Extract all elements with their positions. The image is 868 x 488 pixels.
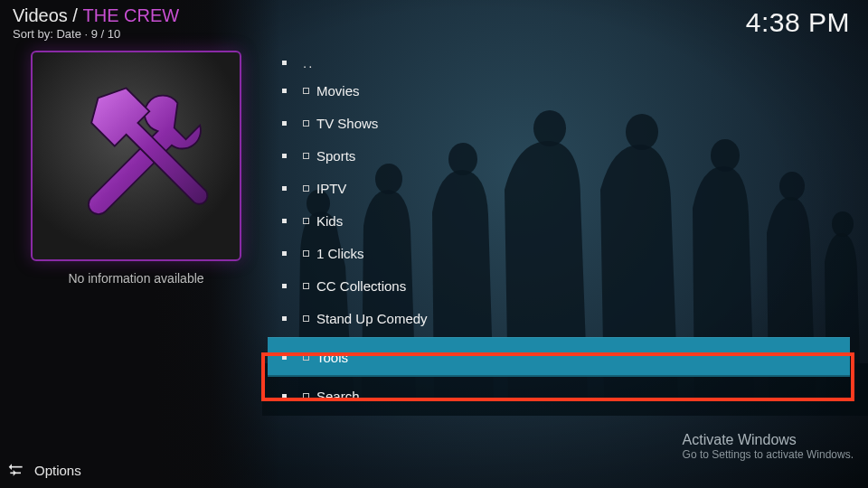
list-item-tv-shows[interactable]: TV Shows: [268, 107, 850, 139]
folder-icon: [303, 354, 309, 361]
list-item-label: Stand Up Comedy: [316, 311, 850, 326]
folder-icon: [303, 88, 309, 94]
bullet-icon: [282, 316, 287, 321]
breadcrumb-sep: /: [72, 5, 82, 25]
list-item-label: CC Collections: [316, 278, 850, 294]
breadcrumb-root: Videos: [13, 5, 68, 25]
bullet-icon: [282, 186, 287, 191]
bullet-icon: [282, 394, 287, 399]
list-item-label: 1 Clicks: [316, 246, 850, 261]
clock: 4:38 PM: [746, 7, 850, 38]
folder-icon: [303, 315, 309, 322]
sort-info: Sort by: Date · 9 / 10: [13, 27, 120, 41]
bullet-icon: [282, 154, 287, 158]
menu-list: .. Movies TV Shows Sports IPTV Kids: [268, 51, 850, 412]
list-item-1-clicks[interactable]: 1 Clicks: [268, 237, 850, 269]
sort-sep: ·: [85, 27, 91, 41]
tools-icon: [53, 73, 219, 239]
list-item-movies[interactable]: Movies: [268, 74, 850, 107]
folder-icon: [303, 153, 309, 159]
bullet-icon: [282, 251, 287, 256]
list-item-label: TV Shows: [316, 116, 850, 131]
list-item-label: IPTV: [316, 181, 850, 196]
bullet-icon: [282, 355, 287, 360]
watermark-title: Activate Windows: [683, 432, 854, 448]
breadcrumb-title: THE CREW: [82, 5, 179, 25]
list-item-label: Movies: [316, 83, 850, 99]
options-icon: [7, 461, 25, 479]
list-position: 9 / 10: [91, 27, 121, 41]
sort-label: Sort by: Date: [13, 27, 81, 41]
list-item-kids[interactable]: Kids: [268, 204, 850, 237]
addon-poster: [31, 51, 241, 261]
folder-icon: [303, 218, 309, 224]
bullet-icon: [282, 121, 287, 126]
svg-rect-11: [12, 466, 23, 468]
bullet-icon: [282, 61, 287, 65]
svg-rect-12: [10, 473, 21, 474]
folder-icon: [303, 283, 309, 289]
bullet-icon: [282, 219, 287, 223]
options-button[interactable]: Options: [7, 461, 81, 479]
watermark-sub: Go to Settings to activate Windows.: [683, 448, 854, 461]
windows-watermark: Activate Windows Go to Settings to activ…: [683, 432, 854, 461]
list-item-iptv[interactable]: IPTV: [268, 172, 850, 204]
list-item-label: Sports: [316, 148, 850, 164]
list-item-stand-up-comedy[interactable]: Stand Up Comedy: [268, 302, 850, 334]
folder-icon: [303, 120, 309, 127]
svg-marker-9: [9, 464, 12, 470]
info-panel-empty: No information available: [31, 271, 241, 286]
list-item-parent-dir[interactable]: ..: [268, 51, 850, 74]
bullet-icon: [282, 89, 287, 93]
folder-icon: [303, 393, 309, 399]
bullet-icon: [282, 284, 287, 288]
options-label: Options: [34, 463, 81, 478]
folder-icon: [303, 250, 309, 257]
list-item-label: Kids: [316, 213, 850, 229]
list-item-cc-collections[interactable]: CC Collections: [268, 269, 850, 302]
folder-icon: [303, 185, 309, 192]
list-item-label: Search: [316, 389, 850, 404]
list-item-sports[interactable]: Sports: [268, 139, 850, 172]
list-item-search[interactable]: Search: [268, 380, 850, 412]
breadcrumb: Videos / THE CREW: [13, 5, 179, 26]
list-item-label: ..: [303, 55, 850, 70]
list-item-label: Tools: [316, 350, 850, 365]
list-item-tools[interactable]: Tools: [268, 337, 850, 377]
